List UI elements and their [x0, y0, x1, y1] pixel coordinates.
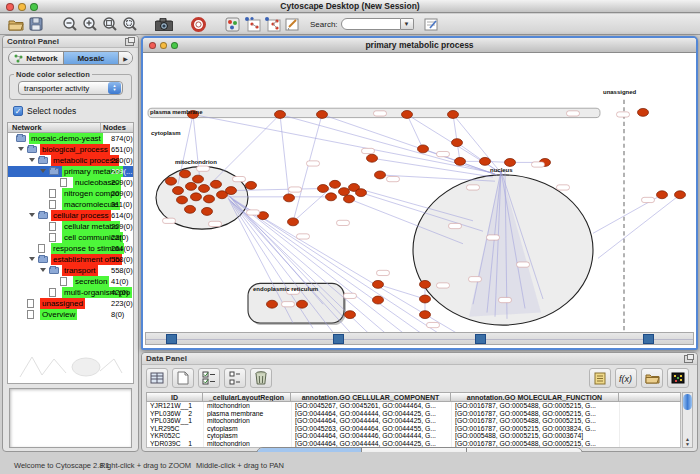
function-builder-icon[interactable]: f(x) [615, 368, 637, 388]
attribute-report-icon[interactable] [589, 368, 611, 388]
graph-node[interactable] [211, 180, 222, 188]
tree-item-nucleobase-[interactable]: nucleobase-209(0) [8, 177, 133, 188]
graph-node[interactable] [455, 157, 466, 165]
float-data-panel-icon[interactable] [684, 355, 693, 363]
graph-node[interactable] [202, 207, 213, 215]
tab-network[interactable]: Network [9, 52, 64, 64]
disclosure-triangle-icon[interactable] [29, 213, 35, 217]
graph-node[interactable] [356, 189, 367, 197]
graph-node[interactable] [204, 195, 215, 203]
more-tabs-icon[interactable]: ▶ [119, 52, 132, 64]
graph-node[interactable] [345, 311, 356, 319]
graph-node[interactable] [166, 177, 177, 185]
graph-node[interactable] [284, 194, 295, 202]
zoom-selected-icon[interactable] [120, 15, 140, 33]
graph-node[interactable] [288, 218, 299, 226]
attribute-editor-icon[interactable] [422, 15, 442, 33]
tree-item-nitrogen-compo[interactable]: nitrogen compo209(0) [8, 188, 133, 199]
attribute-batch-icon[interactable] [224, 368, 246, 388]
table-cell[interactable]: YJR121W__1 [147, 402, 204, 410]
select-attributes-icon[interactable] [146, 368, 168, 388]
minimize-network-icon[interactable] [160, 42, 167, 49]
matrix-view-icon[interactable] [667, 368, 689, 388]
table-cell[interactable]: cytoplasm [204, 425, 292, 433]
graph-node[interactable] [326, 193, 337, 201]
graph-node[interactable] [344, 195, 355, 203]
network-graph[interactable]: plasma membranecytoplasmmitochondrionnuc… [143, 54, 696, 348]
birdseye-view[interactable] [9, 388, 132, 448]
graph-node[interactable] [191, 193, 202, 201]
tree-item-multi-organism-pro[interactable]: multi-organism pro42(0) [8, 287, 133, 298]
graph-node[interactable] [199, 185, 210, 193]
graph-node[interactable] [177, 196, 188, 204]
table-row[interactable]: YPL036W__2plasma membrane[GO:0044464, GO… [147, 410, 680, 418]
scrollbar-thumb[interactable] [683, 394, 692, 410]
graph-node[interactable] [418, 145, 429, 153]
tree-item-secretion[interactable]: secretion41(0) [8, 276, 133, 287]
graph-node[interactable] [367, 154, 378, 162]
tree-item-cellular-process[interactable]: cellular process614(0) [8, 210, 133, 221]
node-color-combobox[interactable]: transporter activity ▲▼ [18, 81, 123, 95]
create-attribute-icon[interactable] [172, 368, 194, 388]
snapshot-camera-icon[interactable] [154, 15, 174, 33]
strip-node[interactable] [643, 334, 654, 344]
column-header[interactable]: _cellularLayoutRegion [203, 392, 291, 402]
select-nodes-checkbox[interactable]: ✓ [13, 106, 23, 116]
strip-node[interactable] [333, 334, 344, 344]
graph-node[interactable] [226, 187, 237, 195]
table-cell[interactable]: [GO:0045263, GO:0044464, GO:0044455, G..… [292, 425, 452, 433]
table-cell[interactable]: mitochondrion [204, 417, 292, 425]
graph-node[interactable] [173, 187, 184, 195]
strip-node[interactable] [166, 334, 177, 344]
zoom-in-icon[interactable] [80, 15, 100, 33]
annotation-icon[interactable] [282, 15, 302, 33]
tab-mosaic[interactable]: Mosaic [64, 52, 119, 64]
graph-node[interactable] [452, 139, 463, 147]
table-cell[interactable]: YPL036W__1 [147, 417, 204, 425]
graph-node[interactable] [275, 111, 286, 119]
table-cell[interactable]: [GO:0044464, GO:0044444, GO:0044425, G..… [292, 410, 452, 418]
disclosure-triangle-icon[interactable] [40, 268, 46, 272]
column-header[interactable]: annotation.GO MOLECULAR_FUNCTION [451, 392, 619, 402]
table-cell[interactable]: plasma membrane [204, 410, 292, 418]
table-row[interactable]: YLR295Ccytoplasm[GO:0045263, GO:0044464,… [147, 425, 680, 433]
table-cell[interactable]: YPL036W__2 [147, 410, 204, 418]
tree-item-unassigned[interactable]: unassigned223(0) [8, 298, 133, 309]
network-window-titlebar[interactable]: primary metabolic process [143, 38, 696, 53]
open-session-icon[interactable] [6, 15, 26, 33]
graph-node[interactable] [638, 108, 649, 116]
graph-node[interactable] [339, 188, 350, 196]
close-window-icon[interactable] [6, 3, 14, 11]
table-cell[interactable]: cytoplasm [204, 432, 292, 440]
table-cell[interactable]: mitochondrion [204, 402, 292, 410]
zoom-window-icon[interactable] [30, 3, 38, 11]
tree-item-cell-communicat[interactable]: cell communicat22(0) [8, 232, 133, 243]
table-cell[interactable]: [GO:0016787, GO:0005215, GO:0003824, G..… [452, 425, 620, 433]
table-row[interactable]: YKR052Ccytoplasm[GO:0044464, GO:0044446,… [147, 432, 680, 440]
graph-node[interactable] [318, 185, 329, 193]
graph-node[interactable] [180, 170, 191, 178]
graph-node[interactable] [267, 300, 278, 308]
disclosure-triangle-icon[interactable] [29, 158, 35, 162]
graph-node[interactable] [448, 111, 459, 119]
graph-node[interactable] [657, 191, 668, 199]
attribute-checklist-icon[interactable] [198, 368, 220, 388]
graph-node[interactable] [480, 157, 491, 165]
scrollbar-arrows-icon[interactable]: ▲▼ [683, 437, 692, 447]
delete-attribute-icon[interactable] [250, 368, 272, 388]
network-canvas[interactable]: plasma membranecytoplasmmitochondrionnuc… [143, 54, 696, 348]
table-cell[interactable]: [GO:0044464, GO:0044444, GO:0044425, G..… [292, 417, 452, 425]
help-lifesaver-icon[interactable] [188, 15, 208, 33]
zoom-fit-icon[interactable] [100, 15, 120, 33]
table-scrollbar[interactable]: ▲▼ [682, 392, 693, 448]
table-cell[interactable]: [GO:0044464, GO:0044446, GO:0044444, G..… [292, 432, 452, 440]
table-cell[interactable]: [GO:0016787, GO:0005488, GO:0005215, G..… [452, 410, 620, 418]
graph-node[interactable] [373, 280, 384, 288]
graph-node[interactable] [402, 111, 413, 119]
graph-node[interactable] [330, 180, 341, 188]
graph-node[interactable] [297, 300, 308, 308]
import-attributes-icon[interactable] [641, 368, 663, 388]
column-header[interactable]: ID [146, 392, 203, 402]
table-cell[interactable]: YLR295C [147, 425, 204, 433]
new-network-from-selection-icon[interactable] [242, 15, 262, 33]
